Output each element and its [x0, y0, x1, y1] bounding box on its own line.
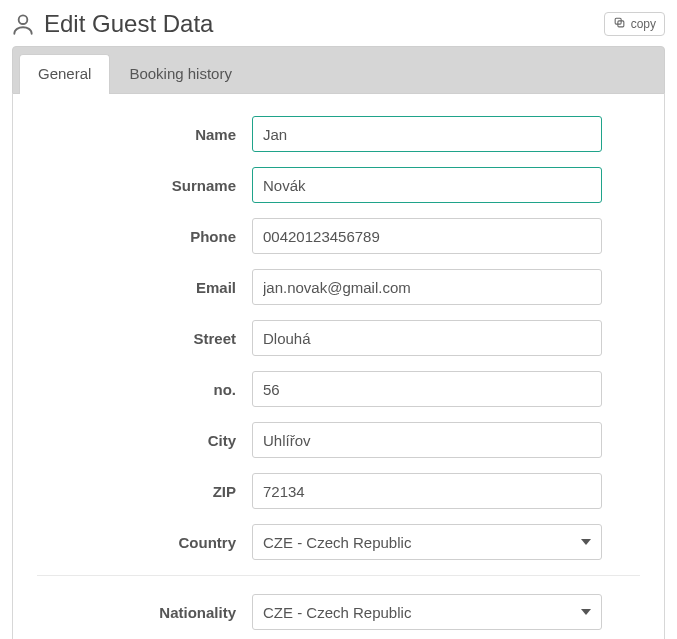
divider: [37, 575, 640, 576]
label-surname: Surname: [37, 177, 252, 194]
label-street: Street: [37, 330, 252, 347]
label-phone: Phone: [37, 228, 252, 245]
form-panel: Name Surname Phone Email Street no. City…: [12, 94, 665, 639]
no-input[interactable]: [252, 371, 602, 407]
zip-input[interactable]: [252, 473, 602, 509]
copy-button[interactable]: copy: [604, 12, 665, 36]
label-name: Name: [37, 126, 252, 143]
name-input[interactable]: [252, 116, 602, 152]
user-icon: [10, 11, 36, 37]
label-nationality: Nationality: [37, 604, 252, 621]
copy-button-label: copy: [631, 17, 656, 31]
tab-general[interactable]: General: [19, 54, 110, 94]
label-no: no.: [37, 381, 252, 398]
page-header: Edit Guest Data copy: [0, 0, 677, 46]
email-input[interactable]: [252, 269, 602, 305]
label-zip: ZIP: [37, 483, 252, 500]
city-input[interactable]: [252, 422, 602, 458]
nationality-select[interactable]: CZE - Czech Republic: [252, 594, 602, 630]
label-email: Email: [37, 279, 252, 296]
country-select[interactable]: CZE - Czech Republic: [252, 524, 602, 560]
label-country: Country: [37, 534, 252, 551]
tab-booking-history[interactable]: Booking history: [110, 54, 251, 94]
tab-bar: General Booking history: [12, 46, 665, 94]
phone-input[interactable]: [252, 218, 602, 254]
street-input[interactable]: [252, 320, 602, 356]
svg-point-0: [19, 15, 28, 24]
surname-input[interactable]: [252, 167, 602, 203]
label-city: City: [37, 432, 252, 449]
page-title: Edit Guest Data: [44, 10, 213, 38]
copy-icon: [613, 16, 626, 32]
